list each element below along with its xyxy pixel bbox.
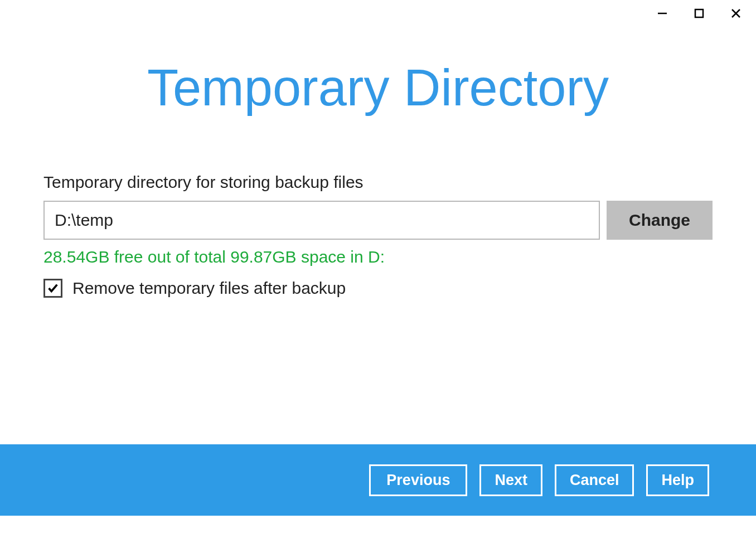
maximize-button[interactable] [689, 6, 709, 21]
window-controls [642, 0, 756, 27]
content-area: Temporary directory for storing backup f… [0, 173, 756, 298]
remove-temp-checkbox-row[interactable]: Remove temporary files after backup [43, 279, 713, 298]
free-space-text: 28.54GB free out of total 99.87GB space … [43, 248, 713, 266]
footer-bar: Previous Next Cancel Help [0, 444, 756, 516]
minimize-icon [657, 8, 668, 19]
close-button[interactable] [726, 6, 746, 21]
checkmark-icon [47, 282, 59, 294]
page-title: Temporary Directory [0, 59, 756, 117]
previous-button[interactable]: Previous [369, 464, 467, 496]
path-input[interactable] [43, 201, 600, 240]
remove-temp-checkbox[interactable] [43, 279, 62, 298]
svg-rect-1 [695, 9, 703, 17]
help-button[interactable]: Help [646, 464, 709, 496]
field-label: Temporary directory for storing backup f… [43, 173, 713, 192]
maximize-icon [694, 8, 705, 19]
change-button[interactable]: Change [607, 201, 713, 240]
cancel-button[interactable]: Cancel [555, 464, 634, 496]
close-icon [730, 8, 742, 19]
next-button[interactable]: Next [479, 464, 542, 496]
remove-temp-label: Remove temporary files after backup [72, 279, 346, 298]
input-row: Change [43, 201, 713, 240]
minimize-button[interactable] [652, 6, 672, 21]
